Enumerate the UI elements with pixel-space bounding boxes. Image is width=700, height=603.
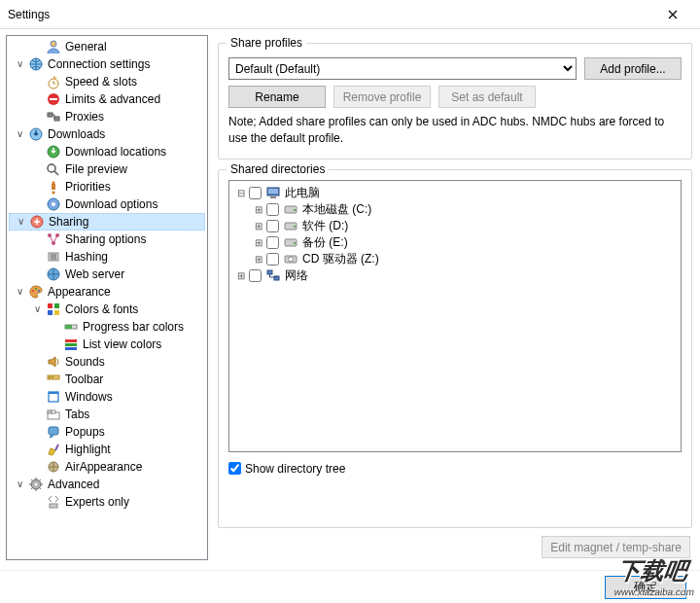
ok-button[interactable]: 确定 <box>605 576 686 599</box>
tree-item-tabs[interactable]: Tabs <box>9 406 205 423</box>
tree-expander-icon[interactable]: ⊞ <box>235 270 247 281</box>
tree-item-priorities[interactable]: Priorities <box>9 178 205 195</box>
tree-item-highlight[interactable]: Highlight <box>9 441 205 458</box>
share-checkbox[interactable] <box>266 220 279 232</box>
tree-item-downloads[interactable]: ∨Downloads <box>9 125 205 143</box>
tree-expander-icon[interactable]: ⊞ <box>253 221 264 231</box>
tabs-icon <box>46 407 61 422</box>
expander-icon[interactable]: ∨ <box>13 125 26 143</box>
drive-icon <box>283 218 298 233</box>
tree-item-list-view-colors[interactable]: List view colors <box>9 336 205 353</box>
colors-icon <box>46 302 61 317</box>
edit-magnet-button: Edit magnet / temp-share <box>542 536 690 558</box>
shared-directories-group: Shared directories ⊟此电脑⊞本地磁盘 (C:)⊞软件 (D:… <box>218 169 692 528</box>
limit-icon <box>46 91 61 107</box>
close-icon <box>668 10 678 19</box>
shared-tree-label: 网络 <box>283 267 308 284</box>
expander-icon[interactable]: ∨ <box>13 476 26 493</box>
tree-item-label: Download locations <box>63 143 168 160</box>
shared-directories-legend: Shared directories <box>227 162 329 176</box>
shared-tree-item[interactable]: ⊞网络 <box>233 267 677 284</box>
tree-item-hashing[interactable]: Hashing <box>9 248 205 266</box>
tree-expander-icon[interactable]: ⊞ <box>253 237 264 248</box>
expander-icon[interactable]: ∨ <box>30 301 44 318</box>
tree-item-airappearance[interactable]: AirAppearance <box>9 458 205 476</box>
shared-tree-label: 软件 (D:) <box>300 218 348 234</box>
tree-item-speed-slots[interactable]: Speed & slots <box>9 73 205 90</box>
web-icon <box>46 266 61 282</box>
remove-profile-button: Remove profile <box>333 86 431 108</box>
expander-icon[interactable]: ∨ <box>13 55 26 73</box>
shared-directories-tree[interactable]: ⊟此电脑⊞本地磁盘 (C:)⊞软件 (D:)⊞备份 (E:)⊞CD 驱动器 (Z… <box>228 180 682 452</box>
preview-icon <box>46 161 61 177</box>
tree-item-sounds[interactable]: Sounds <box>9 353 205 371</box>
share-profiles-group: Share profiles Default (Default) Add pro… <box>218 43 692 160</box>
tree-item-connection-settings[interactable]: ∨Connection settings <box>9 55 205 73</box>
tree-item-label: Hashing <box>63 248 110 266</box>
tree-item-web-server[interactable]: Web server <box>9 266 205 283</box>
add-profile-button[interactable]: Add profile... <box>584 57 682 80</box>
cddrive-icon <box>283 251 298 266</box>
tree-item-label: Priorities <box>63 178 113 195</box>
drive-icon <box>283 234 298 250</box>
tree-item-advanced[interactable]: ∨Advanced <box>9 476 205 493</box>
dlloc-icon <box>46 144 61 160</box>
share-profiles-legend: Share profiles <box>227 36 306 50</box>
progress-icon <box>63 319 79 335</box>
clock-icon <box>46 74 61 89</box>
tree-item-windows[interactable]: Windows <box>9 388 205 406</box>
toolbar-icon <box>46 372 61 387</box>
tree-item-sharing-options[interactable]: Sharing options <box>9 231 205 248</box>
tree-item-general[interactable]: General <box>9 38 205 55</box>
show-directory-tree-row[interactable]: Show directory tree <box>228 462 682 476</box>
share-checkbox[interactable] <box>266 253 279 266</box>
share-checkbox[interactable] <box>266 236 279 249</box>
settings-tree-pane[interactable]: General∨Connection settingsSpeed & slots… <box>6 35 208 560</box>
tree-item-label: Advanced <box>46 476 101 493</box>
close-button[interactable] <box>653 1 692 28</box>
tree-expander-icon[interactable]: ⊞ <box>253 254 264 265</box>
expander-icon[interactable]: ∨ <box>14 213 27 231</box>
tree-item-colors-fonts[interactable]: ∨Colors & fonts <box>9 301 205 318</box>
tree-item-file-preview[interactable]: File preview <box>9 160 205 178</box>
tree-expander-icon[interactable]: ⊞ <box>253 204 264 215</box>
share-checkbox[interactable] <box>249 187 262 199</box>
set-default-button: Set as default <box>438 86 536 108</box>
shared-tree-item[interactable]: ⊞本地磁盘 (C:) <box>233 201 677 218</box>
tree-item-progress-bar-colors[interactable]: Progress bar colors <box>9 318 205 336</box>
expander-icon[interactable]: ∨ <box>13 283 26 301</box>
tree-item-popups[interactable]: Popups <box>9 423 205 441</box>
tree-item-limits-advanced[interactable]: Limits & advanced <box>9 90 205 108</box>
tree-item-label: Limits & advanced <box>63 90 162 108</box>
drive-icon <box>283 201 298 217</box>
share-checkbox[interactable] <box>249 269 262 282</box>
shared-tree-item[interactable]: ⊟此电脑 <box>233 185 677 201</box>
window-title: Settings <box>8 8 653 21</box>
tree-item-appearance[interactable]: ∨Appearance <box>9 283 205 301</box>
tree-item-experts-only[interactable]: Experts only <box>9 493 205 511</box>
windows-icon <box>46 389 61 405</box>
popup-icon <box>46 424 61 440</box>
shared-tree-item[interactable]: ⊞备份 (E:) <box>233 234 677 251</box>
shared-tree-item[interactable]: ⊞软件 (D:) <box>233 218 677 234</box>
tree-item-download-options[interactable]: Download options <box>9 195 205 213</box>
proxy-icon <box>46 109 61 124</box>
tree-item-sharing[interactable]: ∨Sharing <box>9 213 205 231</box>
tree-item-label: Popups <box>63 423 107 441</box>
tree-item-label: Tabs <box>63 406 91 423</box>
tree-item-label: Connection settings <box>46 55 152 73</box>
prio-icon <box>46 179 61 195</box>
tree-item-label: Sharing <box>47 213 90 231</box>
palette-icon <box>28 284 44 300</box>
rename-button[interactable]: Rename <box>228 86 326 108</box>
show-directory-tree-label: Show directory tree <box>245 462 345 476</box>
shared-tree-item[interactable]: ⊞CD 驱动器 (Z:) <box>233 251 677 267</box>
tree-item-proxies[interactable]: Proxies <box>9 108 205 125</box>
tree-item-download-locations[interactable]: Download locations <box>9 143 205 160</box>
share-checkbox[interactable] <box>266 203 279 216</box>
tree-item-label: Web server <box>63 266 126 283</box>
profile-dropdown[interactable]: Default (Default) <box>228 57 577 80</box>
tree-item-toolbar[interactable]: Toolbar <box>9 371 205 388</box>
tree-expander-icon[interactable]: ⊟ <box>235 188 247 198</box>
show-directory-tree-checkbox[interactable] <box>228 462 241 475</box>
